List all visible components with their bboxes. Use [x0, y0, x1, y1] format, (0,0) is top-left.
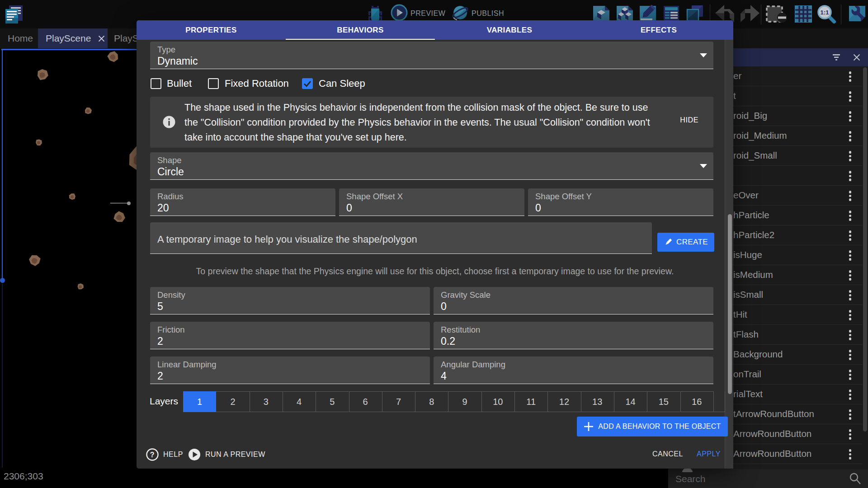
kebab-menu-icon[interactable]	[849, 310, 851, 320]
layer-button-3[interactable]: 3	[250, 391, 283, 412]
project-manager-icon[interactable]	[5, 5, 24, 24]
chevron-down-icon	[700, 53, 707, 57]
dialog-tab-bar: PROPERTIESBEHAVIORSVARIABLESEFFECTS	[137, 20, 733, 40]
object-name: er	[733, 70, 741, 81]
layer-button-1[interactable]: 1	[183, 391, 216, 412]
search-icon	[849, 472, 862, 486]
preview-icon[interactable]	[391, 4, 408, 21]
kebab-menu-icon[interactable]	[849, 370, 851, 380]
angular-damping-field[interactable]: Angular Damping 4	[434, 357, 713, 384]
kebab-menu-icon[interactable]	[849, 91, 851, 101]
kebab-menu-icon[interactable]	[849, 191, 851, 201]
linear-damping-field[interactable]: Linear Damping 2	[150, 357, 430, 384]
kebab-menu-icon[interactable]	[849, 230, 851, 240]
shape-offset-y-field[interactable]: Shape Offset Y 0	[528, 188, 713, 216]
brush-icon	[664, 238, 673, 247]
close-panel-icon[interactable]	[853, 54, 860, 61]
layers-icon[interactable]	[686, 5, 704, 22]
help-button[interactable]: ? HELP	[146, 448, 183, 461]
physics-behavior-dialog: PROPERTIESBEHAVIORSVARIABLESEFFECTS Type…	[137, 20, 733, 469]
filter-icon[interactable]	[833, 54, 842, 61]
events-sheet-icon[interactable]	[663, 5, 680, 22]
selection-handle[interactable]	[0, 278, 5, 283]
publish-button[interactable]: PUBLISH	[472, 9, 504, 18]
layer-separator	[316, 391, 316, 412]
object-name: hParticle2	[733, 230, 774, 240]
radius-field[interactable]: Radius 20	[150, 188, 335, 216]
dialog-tab-properties[interactable]: PROPERTIES	[137, 20, 286, 40]
objects-list-scrollbar[interactable]	[863, 67, 867, 432]
layer-button-15[interactable]: 15	[647, 391, 680, 412]
kebab-menu-icon[interactable]	[849, 389, 851, 399]
zoom-original-icon[interactable]: 1:1	[816, 4, 836, 24]
objects-list-icon[interactable]	[616, 5, 634, 22]
kebab-menu-icon[interactable]	[849, 449, 851, 459]
kebab-menu-icon[interactable]	[849, 151, 851, 161]
hide-button[interactable]: HIDE	[680, 116, 698, 124]
kebab-menu-icon[interactable]	[849, 350, 851, 360]
publish-icon[interactable]	[451, 5, 469, 22]
kebab-menu-icon[interactable]	[849, 270, 851, 280]
grid-icon[interactable]	[795, 5, 812, 23]
layer-button-7[interactable]: 7	[382, 391, 415, 412]
layer-button-14[interactable]: 14	[614, 391, 647, 412]
dialog-tab-variables[interactable]: VARIABLES	[435, 20, 584, 40]
preview-button[interactable]: PREVIEW	[410, 9, 445, 18]
cancel-button[interactable]: CANCEL	[652, 450, 683, 458]
setup-grid-icon[interactable]	[848, 5, 866, 22]
kebab-menu-icon[interactable]	[849, 330, 851, 340]
search-input[interactable]	[675, 472, 847, 486]
apply-button[interactable]: APPLY	[697, 450, 721, 458]
kebab-menu-icon[interactable]	[849, 131, 851, 141]
kebab-menu-icon[interactable]	[849, 111, 851, 121]
info-line: The shape used in the Physics behavior i…	[184, 102, 648, 113]
object-name: eOver	[733, 190, 759, 201]
run-preview-button[interactable]: RUN A PREVIEW	[188, 448, 265, 461]
layer-button-16[interactable]: 16	[680, 391, 713, 412]
fixed-rotation-checkbox[interactable]	[208, 78, 219, 89]
density-field[interactable]: Density 5	[150, 287, 430, 314]
can-sleep-checkbox[interactable]	[302, 78, 313, 89]
layer-button-12[interactable]: 12	[547, 391, 580, 412]
tab-home[interactable]: Home	[0, 28, 38, 48]
kebab-menu-icon[interactable]	[849, 290, 851, 300]
layer-button-9[interactable]: 9	[448, 391, 481, 412]
kebab-menu-icon[interactable]	[849, 250, 851, 260]
layer-button-8[interactable]: 8	[415, 391, 448, 412]
layer-button-11[interactable]: 11	[514, 391, 547, 412]
bullet-checkbox[interactable]	[151, 78, 161, 89]
edit-scene-icon[interactable]	[639, 5, 657, 22]
create-button[interactable]: CREATE	[657, 233, 714, 252]
kebab-menu-icon[interactable]	[849, 171, 851, 181]
add-object-icon[interactable]	[592, 5, 610, 22]
restitution-field[interactable]: Restitution 0.2	[434, 322, 713, 349]
origin-axis-dot	[127, 202, 131, 205]
object-name: onTrail	[733, 369, 761, 380]
kebab-menu-icon[interactable]	[849, 409, 851, 419]
shape-select[interactable]: Shape Circle	[150, 152, 713, 180]
add-behavior-button[interactable]: ADD A BEHAVIOR TO THE OBJECT	[577, 417, 728, 436]
type-select[interactable]: Type Dynamic	[150, 42, 713, 69]
friction-field[interactable]: Friction 2	[150, 322, 430, 349]
layer-button-6[interactable]: 6	[349, 391, 382, 412]
deselect-icon[interactable]	[765, 5, 788, 23]
kebab-menu-icon[interactable]	[849, 429, 851, 439]
kebab-menu-icon[interactable]	[849, 71, 851, 81]
tab-playscene[interactable]: PlayScene	[38, 28, 108, 48]
dialog-scrollbar-thumb[interactable]	[728, 214, 732, 394]
kebab-menu-icon[interactable]	[849, 211, 851, 221]
layer-button-13[interactable]: 13	[581, 391, 614, 412]
temp-image-field[interactable]: A temporary image to help you visualize …	[150, 222, 652, 254]
object-name: Background	[733, 349, 783, 360]
dialog-tab-effects[interactable]: EFFECTS	[584, 20, 733, 40]
gravity-scale-field[interactable]: Gravity Scale 0	[434, 287, 713, 314]
layer-button-2[interactable]: 2	[216, 391, 249, 412]
layer-button-4[interactable]: 4	[283, 391, 316, 412]
close-tab-icon[interactable]	[98, 35, 105, 42]
layer-button-5[interactable]: 5	[316, 391, 349, 412]
shape-offset-x-field[interactable]: Shape Offset X 0	[339, 188, 524, 216]
toolbar-separator	[841, 5, 841, 24]
redo-icon[interactable]	[739, 4, 760, 23]
layer-button-10[interactable]: 10	[481, 391, 514, 412]
dialog-tab-behaviors[interactable]: BEHAVIORS	[286, 20, 435, 40]
